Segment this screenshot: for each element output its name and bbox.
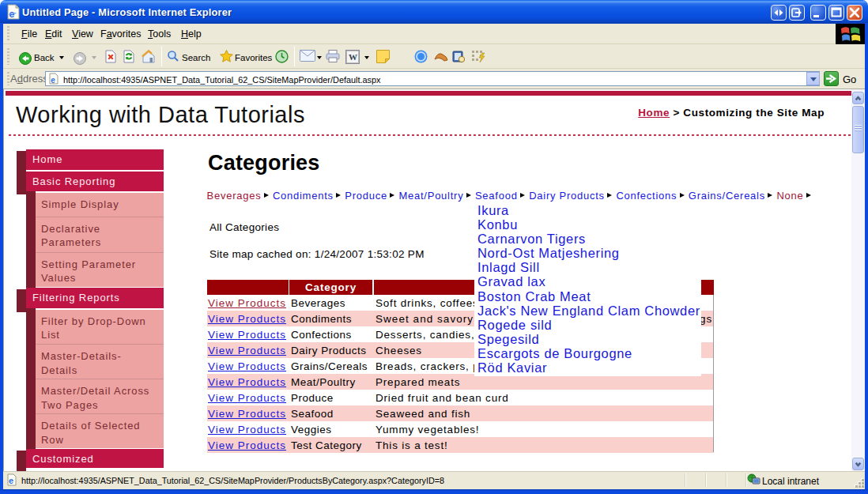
svg-text:W: W: [349, 52, 357, 62]
svg-text:e: e: [9, 476, 13, 485]
svg-text:e: e: [51, 76, 55, 85]
